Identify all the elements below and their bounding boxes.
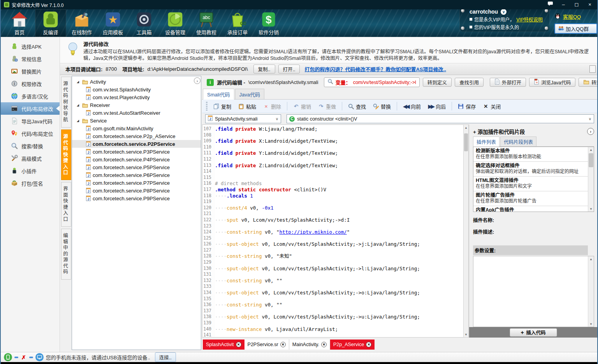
explorer-vtab-1[interactable]: 源代码快捷入口 xyxy=(61,130,71,180)
tree-item[interactable]: Jcom.gsoft.mitv.MainActivity xyxy=(72,124,201,132)
toolbar-item-order[interactable]: GO承接订单 xyxy=(222,9,253,37)
connect-button[interactable]: 连接.. xyxy=(155,352,176,362)
sidebar-item-apk[interactable]: 选择APK xyxy=(1,40,60,52)
tree-item[interactable]: Jcom.vv.test.PlayerActivity xyxy=(72,93,201,101)
toolbar-find-button[interactable]: 查找 xyxy=(345,102,369,111)
plugin-tab-1[interactable]: 代码片段列表 xyxy=(500,136,536,146)
tree-folder[interactable]: ◢Activity xyxy=(72,78,201,86)
close-tab-icon[interactable]: ✕ xyxy=(280,342,286,347)
feedback-icon[interactable] xyxy=(547,1,554,8)
toolbar-item-home[interactable]: 首页 xyxy=(4,9,35,37)
plugin-list-item[interactable]: 内置Apk广告插件 xyxy=(473,206,588,212)
toolbar-item-decompile[interactable]: 反编译 xyxy=(35,9,66,37)
insert-code-button[interactable]: + 插入代码 xyxy=(510,328,557,337)
close-tab-icon[interactable]: ✕ xyxy=(236,342,241,347)
tree-folder[interactable]: ◢Service xyxy=(72,117,201,124)
customer-service-qq-link[interactable]: 客服QQ xyxy=(563,13,581,20)
open-file-tab-0[interactable]: SplashActivit✕ xyxy=(203,340,244,350)
open-path-button[interactable]: 打开.. xyxy=(278,65,300,74)
find-references-button[interactable]: 查找引用 xyxy=(455,78,484,87)
scroll-thumb[interactable] xyxy=(464,133,468,151)
sidebar-item-info2[interactable]: i常规信息 xyxy=(1,52,60,65)
code-editor[interactable]: 107.field private W:Ljava/lang/Thread;10… xyxy=(202,124,463,338)
sidebar-item-lang[interactable]: 多语言/汉化 xyxy=(1,90,60,102)
close-tab-icon[interactable]: ✕ xyxy=(366,342,371,347)
sidebar-item-search[interactable]: 搜索/替换 xyxy=(1,140,60,152)
close-button[interactable]: × xyxy=(586,2,593,8)
tree-item[interactable]: Jcom.forcetech.service.P4PService xyxy=(72,156,201,163)
tree-item[interactable]: Jcom.forcetech.service.P9PService xyxy=(72,194,201,202)
scroll-thumb[interactable] xyxy=(589,153,593,167)
tree-item[interactable]: Jcom.forcetech.service.P5PService xyxy=(72,163,201,171)
expander-icon[interactable]: ◢ xyxy=(77,119,80,122)
plugin-list-scrollbar[interactable]: ▲ ▼ xyxy=(588,147,594,212)
account-dropdown-icon[interactable]: ∨ xyxy=(501,9,507,15)
external-open-button[interactable]: 外部打开 xyxy=(490,78,526,87)
tree-folder[interactable]: ◢Receiver xyxy=(72,101,201,109)
goto-directory-button[interactable]: 转到目 xyxy=(579,78,597,87)
scroll-down-icon[interactable]: ▼ xyxy=(464,332,468,337)
toolbar-item-device[interactable]: 设备管理 xyxy=(160,9,191,37)
as-config-help-link[interactable]: 打包的程序闪退？代码修改不顺手？教你如何配置AS项目修改.. xyxy=(304,65,446,73)
minimize-button[interactable]: – xyxy=(560,2,567,8)
maximize-button[interactable]: ◻ xyxy=(573,2,580,8)
plugin-tab-0[interactable]: 插件列表 xyxy=(473,136,500,147)
join-qq-group-button[interactable]: 加入QQ群 xyxy=(554,23,597,34)
explorer-vtab-2[interactable]: 界面快捷入口 xyxy=(61,182,71,227)
toolbar-replace-button[interactable]: 替换 xyxy=(370,102,394,111)
sidebar-item-pack[interactable]: 打包/签名 xyxy=(1,177,60,189)
variable-search-box[interactable]: 变量： com/vv/test/SplashActivity;->l xyxy=(324,77,420,87)
toolbar-item-template[interactable]: ★应用模板 xyxy=(97,9,128,37)
sidebar-item-advanced[interactable]: 高级模式 xyxy=(1,152,60,164)
param-scrollbar[interactable]: ▲ ▼ xyxy=(588,256,594,327)
param-settings-box[interactable]: ▲ ▼ xyxy=(473,256,594,327)
toolbar-close-button[interactable]: ✕关闭 xyxy=(480,102,503,111)
toolbar-save-button[interactable]: 保存 xyxy=(455,102,478,111)
tree-item[interactable]: Jcom.forcetech.service.P2PService xyxy=(72,140,201,148)
toolbar-item-toolbox[interactable]: 工具箱 xyxy=(128,9,160,37)
copy-path-button[interactable]: 复制.. xyxy=(253,65,275,74)
sidebar-item-plugin[interactable]: 小插件 xyxy=(1,164,60,177)
sidebar-item-code[interactable]: >_代码/布局修改 xyxy=(1,102,60,115)
open-file-tab-2[interactable]: MainActivity.✕ xyxy=(289,340,330,350)
plugin-list-item[interactable]: 检测新版本插件在任意界面添加新版本检测功能 xyxy=(473,147,588,162)
tree-item[interactable]: Jcom.vv.test.SplashActivity xyxy=(72,86,201,93)
project-bar-more-button[interactable] xyxy=(589,65,596,73)
plugin-list-item[interactable]: 确定选择对话框插件弹出确定和取消的对话框，确定后访问指定的网址 xyxy=(473,162,588,177)
scroll-down-icon[interactable]: ▼ xyxy=(588,206,594,212)
explorer-vtab-3[interactable]: 编辑中的源代码 xyxy=(61,229,71,280)
tree-item[interactable]: Jcom.forcetech.service.P3PService xyxy=(72,148,201,156)
editor-tab-java[interactable]: Java代码 xyxy=(235,89,264,99)
toolbar-item-online[interactable]: 在线制作 xyxy=(66,9,97,37)
sidebar-item-java[interactable]: 导出Java代码 xyxy=(1,115,60,127)
sidebar-item-locate[interactable]: 代码/布局定位 xyxy=(1,127,60,140)
toolbar-item-tutorial[interactable]: abc使用教程 xyxy=(191,9,222,37)
explorer-vtab-0[interactable]: 源代码树状导航 xyxy=(61,77,71,128)
open-file-tab-1[interactable]: P2PService.sr✕ xyxy=(244,340,289,350)
goto-definition-button[interactable]: 转到定义 xyxy=(423,78,452,87)
tree-item[interactable]: Jcom.forcetech.service.P7PService xyxy=(72,179,201,187)
tree-item[interactable]: Jcom.forcetech.service.P6PService xyxy=(72,171,201,179)
toolbar-item-sales[interactable]: $软件分销 xyxy=(253,9,284,37)
tree-item[interactable]: Jcom.vv.test.AutoStartReceiver xyxy=(72,109,201,117)
sidebar-item-image[interactable]: 替换图片 xyxy=(1,65,60,77)
tree-item[interactable]: Jcom.forcetech.service.P2p_AService xyxy=(72,132,201,140)
sidebar-item-perm[interactable]: i权限修改 xyxy=(1,77,60,90)
close-tab-icon[interactable]: ✕ xyxy=(321,342,327,347)
code-scrollbar[interactable]: ▲ ▼ xyxy=(463,124,469,338)
toolbar-redo-button[interactable]: ↷重做 xyxy=(315,102,339,111)
tree-item[interactable]: Jcom.forcetech.service.P8PService xyxy=(72,187,201,194)
toolbar-paste-button[interactable]: 粘贴 xyxy=(236,102,259,111)
open-file-tab-3[interactable]: P2p_AService✕ xyxy=(330,340,375,350)
toolbar-delete-button[interactable]: ×删除 xyxy=(260,102,284,111)
file-select[interactable]: J SplashActivity.smali ∨ xyxy=(205,114,281,123)
expander-icon[interactable]: ◢ xyxy=(77,80,80,84)
scroll-up-icon[interactable]: ▲ xyxy=(588,256,594,262)
vip-privilege-link[interactable]: VIP特权说明 xyxy=(516,16,542,23)
scroll-up-icon[interactable]: ▲ xyxy=(464,125,468,130)
scroll-down-icon[interactable]: ▼ xyxy=(588,321,594,327)
view-java-button[interactable]: 浏览Java代码 xyxy=(529,78,575,87)
panel-collapse-button[interactable]: › xyxy=(587,128,594,135)
toolbar-undo-button[interactable]: ↶撤销 xyxy=(290,102,314,111)
toolbar-copy-button[interactable]: 复制 xyxy=(211,102,234,111)
